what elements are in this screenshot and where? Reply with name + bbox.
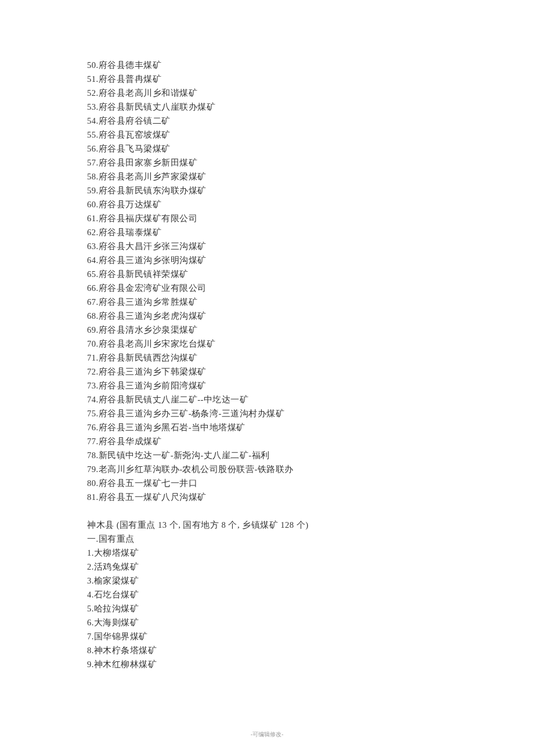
list-item: 62.府谷县瑞泰煤矿 (87, 225, 447, 239)
list-item: 73.府谷县三道沟乡前阳湾煤矿 (87, 379, 447, 393)
list-item: 79.老高川乡红草沟联办-农机公司股份联营-铁路联办 (87, 462, 447, 476)
footer: -可编辑修改- (0, 730, 534, 739)
document-content: 50.府谷县德丰煤矿51.府谷县普冉煤矿52.府谷县老高川乡和谐煤矿53.府谷县… (0, 0, 534, 700)
list-item: 7.国华锦界煤矿 (87, 629, 447, 643)
list-item: 61.府谷县福庆煤矿有限公司 (87, 211, 447, 225)
shenmu-list: 1.大柳塔煤矿2.活鸡兔煤矿3.榆家梁煤矿4.石圪台煤矿5.哈拉沟煤矿6.大海则… (87, 546, 447, 671)
list-item: 80.府谷县五一煤矿七一井口 (87, 476, 447, 490)
list-item: 8.神木柠条塔煤矿 (87, 643, 447, 657)
list-item: 51.府谷县普冉煤矿 (87, 72, 447, 86)
list-item: 72.府谷县三道沟乡下韩梁煤矿 (87, 365, 447, 379)
list-item: 74.府谷县新民镇丈八崖二矿--中圪达一矿 (87, 393, 447, 406)
list-item: 3.榆家梁煤矿 (87, 574, 447, 588)
list-item: 81.府谷县五一煤矿八尺沟煤矿 (87, 490, 447, 504)
list-item: 1.大柳塔煤矿 (87, 546, 447, 560)
list-item: 78.新民镇中圪达一矿-新尧沟-丈八崖二矿-福利 (87, 448, 447, 462)
list-item: 52.府谷县老高川乡和谐煤矿 (87, 86, 447, 100)
list-item: 70.府谷县老高川乡宋家圪台煤矿 (87, 337, 447, 351)
list-item: 68.府谷县三道沟乡老虎沟煤矿 (87, 309, 447, 323)
fugu-list: 50.府谷县德丰煤矿51.府谷县普冉煤矿52.府谷县老高川乡和谐煤矿53.府谷县… (87, 58, 447, 504)
list-item: 4.石圪台煤矿 (87, 588, 447, 602)
section-break (87, 504, 447, 518)
list-item: 69.府谷县清水乡沙泉渠煤矿 (87, 323, 447, 337)
list-item: 60.府谷县万达煤矿 (87, 197, 447, 211)
list-item: 76.府谷县三道沟乡黑石岩-当中地塔煤矿 (87, 420, 447, 434)
list-item: 9.神木红柳林煤矿 (87, 657, 447, 671)
list-item: 77.府谷县华成煤矿 (87, 434, 447, 448)
list-item: 67.府谷县三道沟乡常胜煤矿 (87, 295, 447, 309)
list-item: 54.府谷县府谷镇二矿 (87, 114, 447, 128)
list-item: 63.府谷县大昌汗乡张三沟煤矿 (87, 239, 447, 253)
list-item: 57.府谷县田家寨乡新田煤矿 (87, 156, 447, 170)
list-item: 71.府谷县新民镇西岔沟煤矿 (87, 351, 447, 365)
list-item: 64.府谷县三道沟乡张明沟煤矿 (87, 253, 447, 267)
list-item: 58.府谷县老高川乡芦家梁煤矿 (87, 170, 447, 183)
list-item: 6.大海则煤矿 (87, 615, 447, 629)
shenmu-header: 神木县 (国有重点 13 个, 国有地方 8 个, 乡镇煤矿 128 个) (87, 518, 447, 532)
list-item: 2.活鸡兔煤矿 (87, 560, 447, 574)
list-item: 5.哈拉沟煤矿 (87, 602, 447, 615)
list-item: 55.府谷县瓦窑坡煤矿 (87, 128, 447, 142)
shenmu-section-title: 一.国有重点 (87, 532, 447, 546)
list-item: 53.府谷县新民镇丈八崖联办煤矿 (87, 100, 447, 114)
list-item: 59.府谷县新民镇东沟联办煤矿 (87, 183, 447, 197)
list-item: 66.府谷县金宏湾矿业有限公司 (87, 281, 447, 295)
list-item: 50.府谷县德丰煤矿 (87, 58, 447, 72)
list-item: 65.府谷县新民镇祥荣煤矿 (87, 267, 447, 281)
list-item: 56.府谷县飞马梁煤矿 (87, 142, 447, 156)
list-item: 75.府谷县三道沟乡办三矿-杨条湾-三道沟村办煤矿 (87, 406, 447, 420)
